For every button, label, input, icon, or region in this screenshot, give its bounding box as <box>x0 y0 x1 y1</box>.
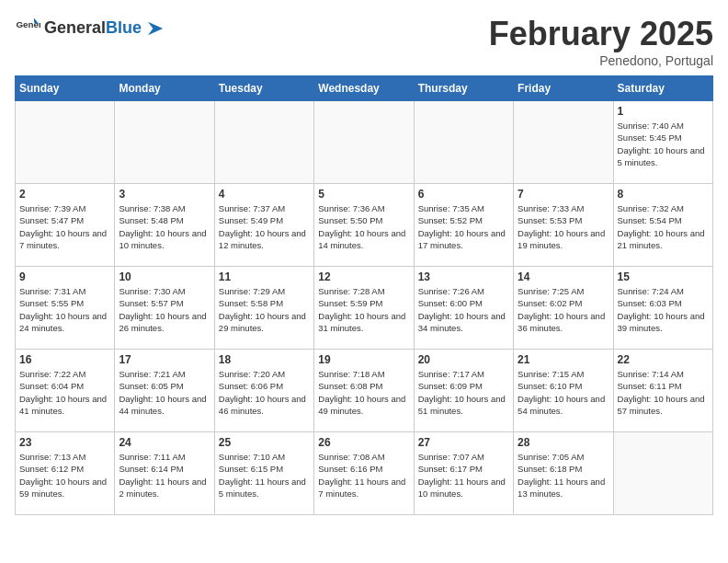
day-cell: 20Sunrise: 7:17 AM Sunset: 6:09 PM Dayli… <box>414 350 513 432</box>
header-saturday: Saturday <box>613 76 712 101</box>
day-info: Sunrise: 7:26 AM Sunset: 6:00 PM Dayligh… <box>418 285 509 334</box>
day-cell: 24Sunrise: 7:11 AM Sunset: 6:14 PM Dayli… <box>115 432 214 515</box>
day-info: Sunrise: 7:28 AM Sunset: 5:59 PM Dayligh… <box>318 285 409 334</box>
day-info: Sunrise: 7:31 AM Sunset: 5:55 PM Dayligh… <box>19 285 110 334</box>
day-info: Sunrise: 7:20 AM Sunset: 6:06 PM Dayligh… <box>219 368 310 417</box>
day-cell: 12Sunrise: 7:28 AM Sunset: 5:59 PM Dayli… <box>314 267 414 350</box>
week-row-1: 2Sunrise: 7:39 AM Sunset: 5:47 PM Daylig… <box>16 184 713 267</box>
day-info: Sunrise: 7:37 AM Sunset: 5:49 PM Dayligh… <box>219 202 310 251</box>
day-number: 28 <box>518 436 609 449</box>
day-cell <box>414 101 513 184</box>
day-cell <box>214 101 313 184</box>
day-info: Sunrise: 7:38 AM Sunset: 5:48 PM Dayligh… <box>119 202 210 251</box>
day-info: Sunrise: 7:30 AM Sunset: 5:57 PM Dayligh… <box>119 285 210 334</box>
day-cell: 14Sunrise: 7:25 AM Sunset: 6:02 PM Dayli… <box>514 267 613 350</box>
day-cell: 28Sunrise: 7:05 AM Sunset: 6:18 PM Dayli… <box>514 432 613 515</box>
day-number: 6 <box>418 188 509 201</box>
day-number: 26 <box>318 436 409 449</box>
day-info: Sunrise: 7:29 AM Sunset: 5:58 PM Dayligh… <box>219 285 310 334</box>
day-number: 4 <box>219 188 310 201</box>
header-tuesday: Tuesday <box>214 76 313 101</box>
title-block: February 2025 Penedono, Portugal <box>489 15 713 68</box>
day-info: Sunrise: 7:36 AM Sunset: 5:50 PM Dayligh… <box>318 202 409 251</box>
week-row-0: 1Sunrise: 7:40 AM Sunset: 5:45 PM Daylig… <box>16 101 713 184</box>
day-cell <box>314 101 414 184</box>
day-number: 3 <box>119 188 210 201</box>
day-number: 9 <box>19 270 110 283</box>
day-number: 11 <box>219 270 310 283</box>
day-cell: 18Sunrise: 7:20 AM Sunset: 6:06 PM Dayli… <box>214 350 313 432</box>
day-number: 21 <box>518 353 609 366</box>
svg-marker-1 <box>148 22 163 35</box>
day-cell: 6Sunrise: 7:35 AM Sunset: 5:52 PM Daylig… <box>414 184 513 267</box>
day-info: Sunrise: 7:10 AM Sunset: 6:15 PM Dayligh… <box>219 451 310 500</box>
logo-blue: Blue <box>106 18 142 37</box>
day-info: Sunrise: 7:25 AM Sunset: 6:02 PM Dayligh… <box>518 285 609 334</box>
day-number: 18 <box>219 353 310 366</box>
day-info: Sunrise: 7:18 AM Sunset: 6:08 PM Dayligh… <box>318 368 409 417</box>
logo: General GeneralBlue <box>15 15 165 40</box>
logo-icon: General <box>15 15 40 40</box>
day-info: Sunrise: 7:40 AM Sunset: 5:45 PM Dayligh… <box>618 120 709 168</box>
day-info: Sunrise: 7:33 AM Sunset: 5:53 PM Dayligh… <box>518 202 609 251</box>
day-info: Sunrise: 7:08 AM Sunset: 6:16 PM Dayligh… <box>318 451 409 500</box>
header-wednesday: Wednesday <box>314 76 414 101</box>
day-cell: 25Sunrise: 7:10 AM Sunset: 6:15 PM Dayli… <box>214 432 313 515</box>
day-cell: 13Sunrise: 7:26 AM Sunset: 6:00 PM Dayli… <box>414 267 513 350</box>
calendar-subtitle: Penedono, Portugal <box>489 53 713 68</box>
page-header: General GeneralBlue February 2025 Penedo… <box>15 15 713 68</box>
day-cell: 23Sunrise: 7:13 AM Sunset: 6:12 PM Dayli… <box>16 432 115 515</box>
day-cell <box>115 101 214 184</box>
logo-arrow-icon <box>148 20 165 37</box>
day-info: Sunrise: 7:24 AM Sunset: 6:03 PM Dayligh… <box>618 285 709 334</box>
day-number: 27 <box>418 436 509 449</box>
day-info: Sunrise: 7:14 AM Sunset: 6:11 PM Dayligh… <box>618 368 709 417</box>
day-info: Sunrise: 7:39 AM Sunset: 5:47 PM Dayligh… <box>19 202 110 251</box>
week-row-2: 9Sunrise: 7:31 AM Sunset: 5:55 PM Daylig… <box>16 267 713 350</box>
header-thursday: Thursday <box>414 76 513 101</box>
day-info: Sunrise: 7:35 AM Sunset: 5:52 PM Dayligh… <box>418 202 509 251</box>
day-cell: 27Sunrise: 7:07 AM Sunset: 6:17 PM Dayli… <box>414 432 513 515</box>
week-row-4: 23Sunrise: 7:13 AM Sunset: 6:12 PM Dayli… <box>16 432 713 515</box>
day-cell: 5Sunrise: 7:36 AM Sunset: 5:50 PM Daylig… <box>314 184 414 267</box>
day-number: 2 <box>19 188 110 201</box>
day-number: 20 <box>418 353 509 366</box>
day-cell: 19Sunrise: 7:18 AM Sunset: 6:08 PM Dayli… <box>314 350 414 432</box>
svg-text:General: General <box>16 19 40 29</box>
day-cell <box>514 101 613 184</box>
header-monday: Monday <box>115 76 214 101</box>
day-cell: 1Sunrise: 7:40 AM Sunset: 5:45 PM Daylig… <box>613 101 712 184</box>
day-cell: 17Sunrise: 7:21 AM Sunset: 6:05 PM Dayli… <box>115 350 214 432</box>
calendar-table: SundayMondayTuesdayWednesdayThursdayFrid… <box>15 75 713 515</box>
day-cell: 9Sunrise: 7:31 AM Sunset: 5:55 PM Daylig… <box>16 267 115 350</box>
day-info: Sunrise: 7:22 AM Sunset: 6:04 PM Dayligh… <box>19 368 110 417</box>
day-number: 13 <box>418 270 509 283</box>
day-number: 24 <box>119 436 210 449</box>
day-cell: 15Sunrise: 7:24 AM Sunset: 6:03 PM Dayli… <box>613 267 712 350</box>
day-info: Sunrise: 7:07 AM Sunset: 6:17 PM Dayligh… <box>418 451 509 500</box>
day-number: 10 <box>119 270 210 283</box>
day-cell: 10Sunrise: 7:30 AM Sunset: 5:57 PM Dayli… <box>115 267 214 350</box>
day-info: Sunrise: 7:32 AM Sunset: 5:54 PM Dayligh… <box>618 202 709 251</box>
day-cell: 22Sunrise: 7:14 AM Sunset: 6:11 PM Dayli… <box>613 350 712 432</box>
day-cell: 3Sunrise: 7:38 AM Sunset: 5:48 PM Daylig… <box>115 184 214 267</box>
day-number: 16 <box>19 353 110 366</box>
day-info: Sunrise: 7:15 AM Sunset: 6:10 PM Dayligh… <box>518 368 609 417</box>
day-cell: 8Sunrise: 7:32 AM Sunset: 5:54 PM Daylig… <box>613 184 712 267</box>
day-info: Sunrise: 7:11 AM Sunset: 6:14 PM Dayligh… <box>119 451 210 500</box>
header-friday: Friday <box>514 76 613 101</box>
day-info: Sunrise: 7:13 AM Sunset: 6:12 PM Dayligh… <box>19 451 110 500</box>
day-number: 23 <box>19 436 110 449</box>
day-cell <box>16 101 115 184</box>
week-row-3: 16Sunrise: 7:22 AM Sunset: 6:04 PM Dayli… <box>16 350 713 432</box>
logo-general: General <box>44 18 106 37</box>
calendar-title: February 2025 <box>489 15 713 53</box>
day-number: 5 <box>318 188 409 201</box>
day-number: 14 <box>518 270 609 283</box>
day-cell: 26Sunrise: 7:08 AM Sunset: 6:16 PM Dayli… <box>314 432 414 515</box>
day-number: 15 <box>618 270 709 283</box>
day-cell <box>613 432 712 515</box>
day-info: Sunrise: 7:17 AM Sunset: 6:09 PM Dayligh… <box>418 368 509 417</box>
day-number: 1 <box>618 105 709 118</box>
day-number: 17 <box>119 353 210 366</box>
